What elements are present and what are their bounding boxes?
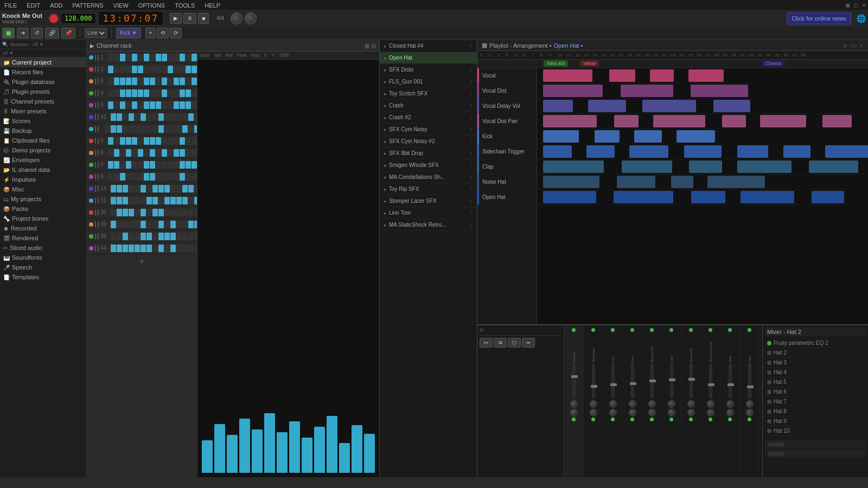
seq-btn[interactable] [182,197,188,204]
seq-btn[interactable] [162,66,167,73]
seq-btn[interactable] [156,137,161,145]
seq-btn[interactable] [126,149,131,157]
seq-btn[interactable] [141,197,146,204]
seq-btn[interactable] [129,209,134,216]
seq-btn[interactable] [108,161,113,169]
seq-btn[interactable] [144,173,149,181]
seq-btn[interactable] [164,209,170,216]
seq-btn[interactable] [186,101,191,109]
seq-btn[interactable] [146,245,152,252]
seq-btn[interactable] [170,113,176,121]
playlist-block[interactable] [783,145,811,158]
seq-btn[interactable] [135,245,140,252]
playlist-block[interactable] [617,176,655,188]
seq-btn[interactable] [170,233,176,240]
tb2-loop[interactable]: ↺ [31,28,43,38]
piano-bar[interactable] [302,438,312,473]
seq-btn[interactable] [180,66,185,73]
seq-btn[interactable] [132,137,137,145]
seq-btn[interactable] [156,89,161,97]
seq-btn[interactable] [114,173,119,181]
channel-item[interactable]: 14 Toy..h SFX [87,183,197,195]
seq-btn[interactable] [170,209,176,216]
menu-file[interactable]: FILE [2,2,19,9]
playlist-block[interactable] [825,145,868,158]
seq-btn[interactable] [123,209,128,216]
seq-btn[interactable] [129,245,134,252]
seq-btn[interactable] [182,221,188,228]
mc-knob2[interactable] [609,409,617,416]
mc-knob[interactable] [707,400,714,408]
seq-btn[interactable] [152,245,158,252]
mixer-channel-strip[interactable]: Ride [720,326,740,476]
playlist-block[interactable] [634,130,662,143]
ch-mute-btn[interactable] [95,162,96,168]
ch-solo-btn[interactable] [98,78,99,85]
mixer-effect-slot[interactable]: Hat 4 [765,368,866,377]
seq-btn[interactable] [120,54,125,61]
tb2-btn1[interactable]: + [145,28,156,38]
seq-btn[interactable] [120,173,125,181]
seq-btn[interactable] [156,161,161,169]
playlist-block[interactable] [812,191,845,203]
piano-bar[interactable] [239,419,250,473]
seq-btn[interactable] [156,66,161,73]
seq-btn[interactable] [192,89,197,97]
playlist-block[interactable] [691,85,748,97]
mc-knob[interactable] [726,400,734,408]
seq-btn[interactable] [162,101,167,109]
channel-item[interactable]: 44 SFX 8..Drop [87,242,197,254]
seq-btn[interactable] [117,197,122,204]
pause-btn[interactable]: ⏸ [183,13,196,24]
seq-btn[interactable] [170,197,176,204]
mc-knob2[interactable] [668,409,675,416]
playlist-block[interactable] [609,69,635,82]
playlist-block[interactable] [543,130,579,143]
ch-mute-btn[interactable] [95,174,96,180]
mc-fader-handle[interactable] [591,385,597,388]
mc-fader-handle[interactable] [727,383,734,386]
sidebar-item-envelopes[interactable]: 📈Envelopes [0,155,86,165]
seq-btn[interactable] [138,173,143,181]
seq-btn[interactable] [146,233,152,240]
news-icon[interactable]: 🌐 [857,14,866,23]
toolbar-knob1[interactable] [231,12,242,24]
playlist-block[interactable] [614,115,639,127]
piano-bar[interactable] [352,425,362,473]
seq-btn[interactable] [111,233,116,240]
playlist-block[interactable] [586,145,615,158]
playlist-block[interactable] [543,176,599,188]
seq-btn[interactable] [170,125,176,133]
playlist-block[interactable] [741,191,794,203]
seq-btn[interactable] [135,113,140,121]
mc-fader-handle[interactable] [649,380,656,382]
seq-btn[interactable] [180,149,185,157]
seq-btn[interactable] [164,113,170,121]
mixer-channel-strip[interactable]: Sidechain [584,326,603,476]
sidebar-item-channel-presets[interactable]: 🎛Channel presets [0,97,86,106]
seq-btn[interactable] [138,78,143,85]
ch-mute-btn[interactable] [95,233,96,240]
seq-btn[interactable] [135,125,140,133]
seq-btn[interactable] [186,54,191,61]
seq-btn[interactable] [186,161,191,169]
ch-mute-btn[interactable] [95,54,96,61]
playlist-block[interactable] [622,160,672,173]
seq-btn[interactable] [180,89,185,97]
instrument-item[interactable]: ▸ Toy Rip SFX ↑ [380,183,477,195]
seq-btn[interactable] [135,185,140,192]
seq-btn[interactable] [132,161,137,169]
mixer-effect-slot[interactable]: Hat 6 [765,387,866,397]
seq-btn[interactable] [192,161,197,169]
ch-solo-btn[interactable] [98,102,99,108]
ch-mute-btn[interactable] [95,114,96,120]
seq-btn[interactable] [132,66,137,73]
tb2-btn2[interactable]: ⟲ [157,28,169,38]
seq-btn[interactable] [180,137,185,145]
seq-btn[interactable] [126,89,131,97]
seq-btn[interactable] [158,209,164,216]
seq-btn[interactable] [126,101,131,109]
tb2-line-select[interactable]: Line [85,28,107,38]
seq-btn[interactable] [188,209,194,216]
mixer-effect-slot[interactable]: Hat 5 [765,377,866,387]
